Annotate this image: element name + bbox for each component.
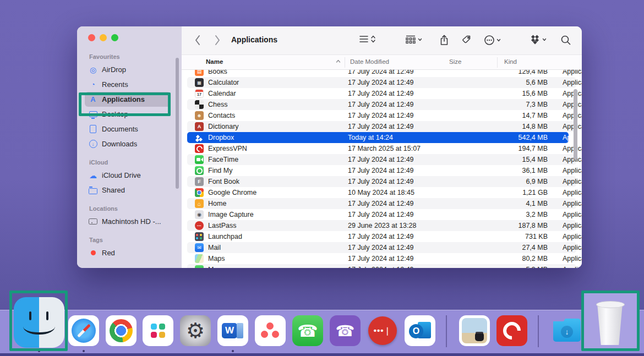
minimize-button[interactable] [100,34,107,41]
dock-icon-viber[interactable] [330,315,361,346]
file-name: Google Chrome [208,189,256,196]
kind-cell: Application [548,200,582,207]
table-row-mail[interactable]: Mail17 July 2024 at 12:4927,4 MBApplicat… [187,242,576,253]
table-row-facetime[interactable]: FaceTime17 July 2024 at 12:4915,4 MBAppl… [187,154,576,165]
dock-icon-expressvpn[interactable] [496,315,527,346]
sidebar-item-icloud-drive[interactable]: iCloud Drive [85,168,171,183]
maps-app-icon [195,254,204,263]
file-name-cell: Calculator [187,78,348,87]
file-name: FaceTime [208,156,238,163]
sidebar-item-downloads[interactable]: Downloads [85,136,171,151]
sidebar-item-label: Downloads [102,140,137,148]
column-divider[interactable] [345,57,345,68]
zoom-button[interactable] [111,34,118,41]
file-name-cell: Image Capture [187,210,348,219]
table-row-dropbox[interactable]: DropboxToday at 14:24542,4 MBApplication [187,132,569,143]
date-modified-cell: 10 May 2024 at 18:45 [348,189,502,196]
file-name-cell: Mail [187,243,348,252]
section-title: Tags [89,237,182,243]
table-row-lastpass[interactable]: LastPass29 June 2023 at 13:28187,8 MBApp… [187,220,576,231]
size-cell: 4,1 MB [502,200,548,207]
view-as-list-icon[interactable] [359,35,376,43]
file-name-cell: Messages [187,265,348,268]
dock-icon-microsoft-outlook[interactable] [405,315,435,346]
back-chevron-icon[interactable] [194,34,201,46]
table-row-font-book[interactable]: Font Book17 July 2024 at 12:496,9 MBAppl… [187,176,576,187]
file-name: LastPass [208,222,236,229]
sort-toggle-icon [370,35,376,43]
tags-icon[interactable] [461,35,472,45]
column-header-kind[interactable]: Kind [504,58,517,65]
file-name: ExpressVPN [208,145,247,152]
date-modified-cell: 17 July 2024 at 12:49 [348,112,502,119]
size-cell: 194,7 MB [502,145,548,152]
file-name: Find My [208,167,232,174]
table-row-google-chrome[interactable]: Google Chrome10 May 2024 at 18:451,21 GB… [187,187,576,198]
date-modified-cell: 17 July 2024 at 12:49 [348,178,502,185]
table-row-expressvpn[interactable]: ExpressVPN17 March 2025 at 15:07194,7 MB… [187,143,576,154]
sidebar-item-recents[interactable]: Recents [85,77,171,92]
messages-app-icon [195,265,204,268]
more-actions-icon[interactable] [484,35,501,46]
table-row-chess[interactable]: Chess17 July 2024 at 12:497,3 MBApplicat… [187,99,576,110]
table-row-home[interactable]: Home17 July 2024 at 12:494,1 MBApplicati… [187,198,576,209]
table-row-launchpad[interactable]: Launchpad17 July 2024 at 12:49731 KBAppl… [187,231,576,242]
dock-icon-slack[interactable] [143,315,173,346]
launchpad-app-icon [195,232,204,241]
close-button[interactable] [88,34,95,41]
date-modified-cell: 17 July 2024 at 12:49 [348,90,502,97]
file-name-cell: Dropbox [187,133,348,142]
dock-icon-asana[interactable] [255,315,286,346]
forward-chevron-icon[interactable] [214,34,221,46]
dock-icon-microsoft-word[interactable] [217,315,248,346]
sidebar-item-shared[interactable]: Shared [85,183,171,198]
date-modified-cell: 17 July 2024 at 12:49 [348,79,502,86]
table-row-image-capture[interactable]: Image Capture17 July 2024 at 12:493,2 MB… [187,209,576,220]
table-row-calculator[interactable]: Calculator17 July 2024 at 12:495,6 MBApp… [187,77,576,88]
table-row-calendar[interactable]: Calendar17 July 2024 at 12:4915,6 MBAppl… [187,88,576,99]
table-row-maps[interactable]: Maps17 July 2024 at 12:4980,2 MBApplicat… [187,253,576,264]
date-modified-cell: 17 July 2024 at 12:49 [348,101,502,108]
dock-icon-google-chrome[interactable] [106,315,137,346]
column-header-name[interactable]: Name [206,58,223,65]
airdrop-icon [88,65,98,75]
dock-icon-whatsapp[interactable] [292,315,323,346]
search-icon[interactable] [560,35,571,46]
table-row-books[interactable]: Books17 July 2024 at 12:49129,4 MBApplic… [187,70,576,77]
home-app-icon [195,199,204,208]
column-header-size[interactable]: Size [449,58,461,65]
running-indicator [232,350,234,352]
file-name: Mail [208,244,221,251]
finder-toolbar: Applications [182,26,582,55]
dock-icon-trash[interactable] [593,301,626,345]
dock-icon-preview[interactable] [459,315,490,346]
size-cell: 80,2 MB [502,255,548,262]
sidebar-item-machintosh-hd[interactable]: Machintosh HD -... [85,214,171,229]
group-by-icon[interactable] [405,35,422,44]
table-row-find-my[interactable]: Find My17 July 2024 at 12:4936,1 MBAppli… [187,165,576,176]
dock-icon-safari[interactable] [68,315,99,346]
size-cell: 3,2 MB [502,211,548,218]
icloud-icon [88,171,98,180]
size-cell: 27,4 MB [502,244,548,251]
sidebar-item-label: AirDrop [102,65,126,74]
list-scrollbar[interactable] [574,89,577,160]
dock-icon-downloads[interactable] [552,315,582,346]
share-icon[interactable] [439,35,449,46]
table-row-contacts[interactable]: Contacts17 July 2024 at 12:4914,7 MBAppl… [187,110,576,121]
table-row-dictionary[interactable]: Dictionary17 July 2024 at 12:4914,8 MBAp… [187,121,576,132]
file-name-cell: Dictionary [187,122,348,131]
sidebar-scrollbar[interactable] [176,58,179,189]
sidebar-item-red[interactable]: Red [85,245,171,260]
sidebar-item-airdrop[interactable]: AirDrop [85,62,171,77]
table-row-messages[interactable]: Messages17 July 2024 at 12:495,3 MBAppli… [187,264,576,268]
file-name: Home [208,200,226,207]
dropbox-menu-icon[interactable] [530,35,547,45]
finder-main: Applications [182,26,582,268]
dock-icon-lastpass[interactable] [367,315,398,346]
column-divider[interactable] [497,57,498,68]
dock-icon-system-settings[interactable] [180,315,211,346]
sidebar-item-documents[interactable]: Documents [85,122,171,136]
column-header-date[interactable]: Date Modified [350,58,389,65]
section-title: iCloud [89,159,182,166]
